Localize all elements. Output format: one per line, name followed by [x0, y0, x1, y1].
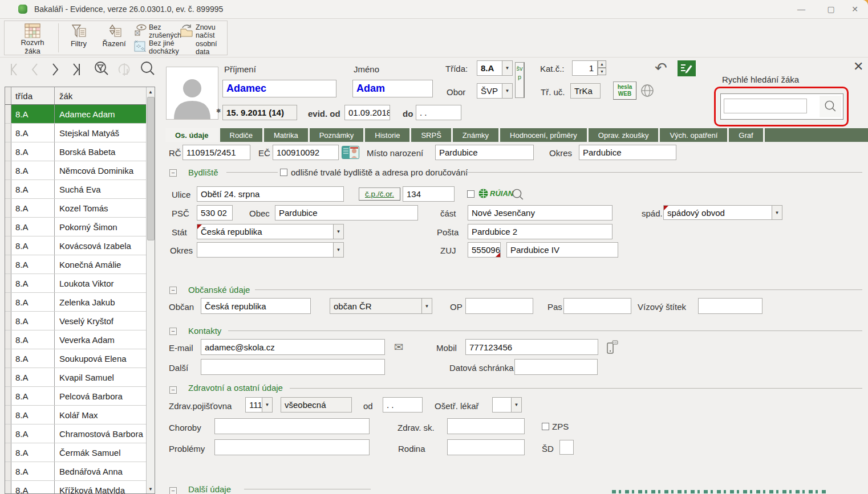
tab-historie[interactable]: Historie [365, 128, 409, 142]
pas-field[interactable] [563, 298, 631, 314]
address-search-icon[interactable] [511, 188, 525, 202]
tab-oprav-zkoušky[interactable]: Oprav. zkoušky [589, 128, 659, 142]
tab-graf[interactable]: Graf [729, 128, 762, 142]
lekar-dropdown[interactable]: ▼ [492, 397, 522, 413]
edit-save-button[interactable] [678, 60, 696, 76]
evid-od-field[interactable]: 01.09.2018 [344, 105, 390, 120]
list-item[interactable]: 8.AStejskal Matyáš [5, 124, 146, 142]
zps-checkbox[interactable] [542, 423, 549, 430]
rc-field[interactable]: 110915/2451 [182, 145, 250, 160]
column-header-trida[interactable]: třída [11, 87, 55, 104]
psc-field[interactable]: 530 02 [197, 205, 233, 221]
collapse-dalsi-icon[interactable]: − [169, 487, 177, 494]
list-item[interactable]: 8.AKvapil Samuel [5, 368, 146, 387]
email-field[interactable]: adamec@skola.cz [201, 339, 385, 355]
cast-field[interactable]: Nové Jesenčany [468, 205, 613, 221]
ulice-field[interactable]: Obětí 24. srpna [197, 186, 344, 202]
chevron-down-icon[interactable]: ▼ [502, 61, 512, 75]
collapse-bydliste-icon[interactable]: − [169, 169, 177, 177]
list-item[interactable]: 8.AAdamec Adam [5, 105, 146, 124]
ruian-checkbox[interactable] [467, 190, 474, 198]
dalsi-kontakt-field[interactable] [201, 359, 385, 375]
spad-dropdown[interactable]: spádový obvod▼ [663, 205, 782, 220]
tab-známky[interactable]: Známky [453, 128, 498, 142]
maximize-button[interactable]: ▢ [821, 2, 841, 16]
okres-narozeni-field[interactable]: Pardubice [579, 145, 676, 160]
list-item[interactable]: 8.AKřížková Matylda [5, 481, 146, 493]
list-item[interactable]: 8.ASoukupová Elena [5, 349, 146, 368]
quick-search-input[interactable] [724, 99, 807, 113]
mobile-phone-icon[interactable] [606, 340, 618, 354]
scroll-up-icon[interactable]: ▲ [147, 87, 155, 96]
list-item[interactable]: 8.ABorská Babeta [5, 142, 146, 161]
web-globe-icon[interactable] [640, 83, 655, 98]
list-item[interactable]: 8.AČermák Samuel [5, 443, 146, 462]
obor-dropdown[interactable]: ŠVP▼ [477, 83, 513, 99]
list-item[interactable]: 8.ASuchá Eva [5, 180, 146, 199]
chevron-down-icon[interactable]: ▼ [772, 206, 782, 219]
razeni-button[interactable]: Řazení [98, 23, 131, 48]
previous-record-icon[interactable] [26, 61, 43, 78]
bez-jine-dochazky-button[interactable]: Bez jiné docházky [133, 39, 180, 56]
op-field[interactable] [465, 298, 533, 314]
hesla-web-button[interactable]: hesla WEB [613, 81, 636, 100]
znovu-nacist-button[interactable]: Znovu načíst osobní data [179, 23, 228, 56]
list-item[interactable]: 8.AVeverka Adam [5, 330, 146, 349]
zuj-field[interactable]: 555096 [468, 242, 501, 258]
filtry-button[interactable]: Filtry [63, 23, 95, 48]
datova-schranka-field[interactable] [514, 359, 598, 375]
ec-field[interactable]: 100910092 [273, 145, 339, 160]
list-item[interactable]: 8.AChramostová Barbora [5, 424, 146, 443]
obcan-field[interactable]: Česká republika [201, 298, 311, 314]
chevron-down-icon[interactable]: ▼ [421, 299, 432, 313]
rozvrh-zaka-button[interactable]: Rozvrh žáka [10, 23, 55, 56]
ruian-logo[interactable]: RÚIAN [478, 188, 513, 199]
tab-srpš[interactable]: SRPŠ [411, 128, 451, 142]
okres-dropdown[interactable]: ▼ [197, 242, 344, 258]
obcanstvi-dropdown[interactable]: občan ČR▼ [330, 298, 432, 314]
list-item[interactable]: 8.ABednářová Anna [5, 462, 146, 481]
id-card-icon[interactable] [342, 146, 359, 159]
tab-partial[interactable] [765, 128, 868, 142]
column-header-zak[interactable]: žák [55, 91, 146, 101]
send-email-icon[interactable]: ✉ [394, 340, 404, 354]
list-item[interactable]: 8.ANěmcová Dominika [5, 161, 146, 180]
birth-date-field[interactable]: 15. 9.2011 (14) [222, 105, 297, 120]
list-item[interactable]: 8.APokorný Šimon [5, 218, 146, 236]
misto-narozeni-field[interactable]: Pardubice [435, 145, 534, 160]
collapse-zdravotni-icon[interactable]: − [169, 386, 177, 394]
collapse-kontakty-icon[interactable]: − [169, 328, 177, 335]
spin-up-icon[interactable]: ▲ [598, 60, 606, 68]
list-item[interactable]: 8.AZelenka Jakub [5, 293, 146, 312]
list-scrollbar[interactable]: ▲ ▼ [146, 87, 155, 493]
chevron-down-icon[interactable]: ▼ [333, 224, 343, 239]
last-record-icon[interactable] [67, 61, 84, 78]
tab-hodnocení-průměry[interactable]: Hodnocení, průměry [500, 128, 587, 142]
evid-do-field[interactable]: . . [416, 105, 461, 120]
kat-c-stepper[interactable]: ▲▼ [598, 60, 606, 75]
kat-c-field[interactable]: 1 [572, 60, 598, 76]
scroll-down-icon[interactable]: ▼ [147, 484, 155, 493]
collapse-obcanske-icon[interactable]: − [169, 287, 177, 294]
cp-field[interactable]: 134 [403, 186, 455, 202]
spin-down-icon[interactable]: ▼ [598, 68, 606, 75]
pojistovna-nazev-field[interactable]: všeobecná [281, 397, 352, 413]
sd-field[interactable] [559, 440, 574, 455]
mobil-field[interactable]: 777123456 [465, 339, 598, 355]
pojistovna-od-field[interactable]: . . [383, 397, 423, 413]
tab-poznámky[interactable]: Poznámky [310, 128, 364, 142]
minimize-button[interactable]: — [792, 2, 811, 16]
quick-search-button[interactable] [820, 96, 841, 117]
list-item[interactable]: 8.AKonečná Amálie [5, 255, 146, 274]
close-pane-icon[interactable]: ✕ [853, 59, 863, 74]
prijmeni-field[interactable]: Adamec [222, 80, 336, 97]
choroby-field[interactable] [214, 418, 370, 434]
pojistovna-kod-dropdown[interactable]: 111▼ [245, 397, 273, 413]
trida-dropdown[interactable]: 8.A▼ [477, 60, 513, 76]
tab-vých-opatření[interactable]: Vých. opatření [660, 128, 727, 142]
vizovy-field[interactable] [698, 298, 762, 314]
filter-search-icon[interactable] [93, 60, 110, 77]
posta-field[interactable]: Pardubice 2 [468, 224, 613, 239]
tr-uc-field[interactable]: TrKa [570, 83, 601, 99]
tab-matrika[interactable]: Matrika [264, 128, 308, 142]
